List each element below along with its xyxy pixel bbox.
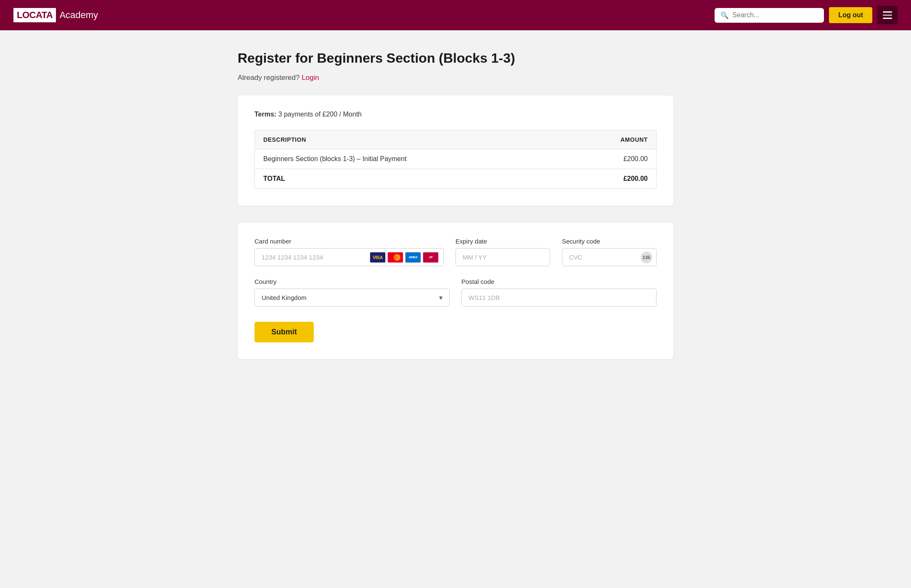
- search-bar[interactable]: 🔍: [715, 8, 824, 23]
- page-title: Register for Beginners Section (Blocks 1…: [238, 50, 673, 66]
- logout-button[interactable]: Log out: [829, 7, 872, 23]
- postal-code-label: Postal code: [461, 278, 657, 285]
- main-content: Register for Beginners Section (Blocks 1…: [224, 30, 687, 393]
- card-number-group: Card number VISA AMEX UP: [254, 238, 444, 266]
- menu-icon-bar1: [883, 11, 892, 13]
- country-select[interactable]: United KingdomUnited StatesCanadaAustral…: [254, 289, 450, 307]
- search-input[interactable]: [732, 11, 818, 19]
- security-code-group: Security code 135: [562, 238, 657, 266]
- security-code-label: Security code: [562, 238, 657, 245]
- unionpay-icon: UP: [423, 252, 439, 263]
- submit-button[interactable]: Submit: [254, 322, 314, 342]
- expiry-group: Expiry date: [456, 238, 550, 266]
- terms-text: Terms: 3 payments of £200 / Month: [254, 111, 657, 118]
- expiry-label: Expiry date: [456, 238, 550, 245]
- form-row-2: Country United KingdomUnited StatesCanad…: [254, 278, 657, 307]
- payment-info-card: Terms: 3 payments of £200 / Month DESCRI…: [238, 95, 673, 206]
- country-group: Country United KingdomUnited StatesCanad…: [254, 278, 450, 307]
- header-right: 🔍 Log out: [715, 6, 898, 24]
- mastercard-icon: [387, 252, 403, 263]
- login-link[interactable]: Login: [302, 74, 319, 82]
- card-number-label: Card number: [254, 238, 444, 245]
- cvc-badge: 135: [641, 252, 652, 263]
- payment-form-section: Card number VISA AMEX UP Expiry date: [238, 222, 673, 359]
- amex-icon: AMEX: [405, 252, 421, 263]
- already-registered-text: Already registered? Login: [238, 74, 673, 82]
- country-label: Country: [254, 278, 450, 285]
- logo-locata: LOCATA: [13, 8, 56, 22]
- postal-code-group: Postal code: [461, 278, 657, 307]
- table-row: Beginners Section (blocks 1-3) – Initial…: [255, 149, 657, 169]
- search-icon: 🔍: [720, 11, 729, 19]
- total-value: £200.00: [569, 169, 657, 189]
- logo-academy: Academy: [57, 10, 98, 21]
- expiry-input[interactable]: [456, 248, 550, 266]
- payment-table: DESCRIPTION AMOUNT Beginners Section (bl…: [254, 130, 657, 189]
- card-input-wrapper: VISA AMEX UP: [254, 248, 444, 266]
- menu-icon-bar3: [883, 18, 892, 19]
- postal-code-input[interactable]: [461, 289, 657, 307]
- header: LOCATA Academy 🔍 Log out: [0, 0, 911, 30]
- col-amount-header: AMOUNT: [569, 130, 657, 149]
- menu-icon-bar2: [883, 15, 892, 16]
- row-amount: £200.00: [569, 149, 657, 169]
- visa-icon: VISA: [370, 252, 386, 263]
- logo: LOCATA Academy: [13, 8, 98, 22]
- total-row: TOTAL £200.00: [255, 169, 657, 189]
- col-description-header: DESCRIPTION: [255, 130, 569, 149]
- country-select-wrapper: United KingdomUnited StatesCanadaAustral…: [254, 289, 450, 307]
- menu-button[interactable]: [877, 6, 898, 24]
- card-icons: VISA AMEX UP: [370, 252, 439, 263]
- total-label: TOTAL: [255, 169, 569, 189]
- row-description: Beginners Section (blocks 1-3) – Initial…: [255, 149, 569, 169]
- cvc-wrapper: 135: [562, 248, 657, 266]
- form-row-1: Card number VISA AMEX UP Expiry date: [254, 238, 657, 266]
